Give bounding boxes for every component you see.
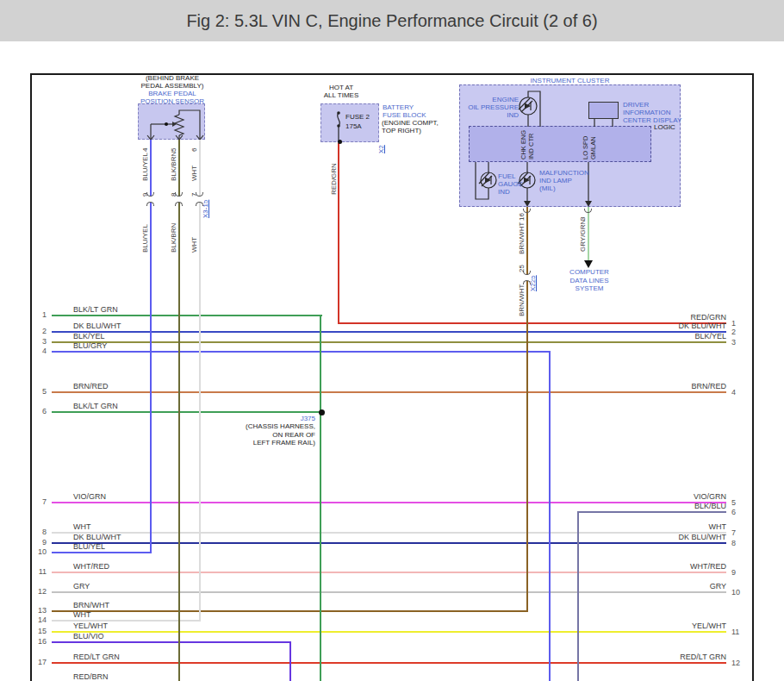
down-arrow-icon bbox=[524, 201, 531, 207]
fuse-name: FUSE 2 bbox=[345, 113, 370, 122]
potentiometer-symbol bbox=[138, 103, 207, 143]
figure-title: Fig 2: 5.3L VIN C, Engine Performance Ci… bbox=[186, 11, 597, 30]
wire-label-right: WHT/RED bbox=[554, 562, 726, 571]
wire-row bbox=[52, 641, 291, 643]
row-number-right: 2 bbox=[731, 328, 736, 336]
wire-label-right: RED/GRN bbox=[554, 313, 726, 322]
row-number-right: 3 bbox=[731, 338, 736, 347]
wire-label-left: DK BLU/WHT bbox=[73, 322, 121, 330]
rotated-wire-label: WHT bbox=[190, 237, 198, 253]
wire-row bbox=[52, 591, 726, 593]
row-number-left: 9 bbox=[29, 538, 47, 547]
sensor-name: BRAKE PEDAL POSITION SENSOR bbox=[121, 90, 224, 105]
wire-label-right: RED/LT GRN bbox=[554, 653, 726, 661]
row-number-left: 6 bbox=[29, 407, 47, 415]
connector-link[interactable]: X2 bbox=[377, 145, 385, 153]
wire-label-left: WHT bbox=[73, 610, 91, 619]
wire-label-left: BRN/WHT bbox=[73, 601, 109, 609]
wire-label-right: DK BLU/WHT bbox=[554, 322, 726, 330]
row-number-left: 10 bbox=[29, 547, 47, 556]
row-number-left: 8 bbox=[29, 528, 47, 536]
pin-number: 16 bbox=[518, 213, 526, 221]
connector-mark-icon bbox=[523, 280, 531, 284]
pin-number: 6 bbox=[190, 148, 198, 152]
sensor-location-note: (BEHIND BRAKE PEDAL ASSEMBLY) bbox=[121, 74, 224, 90]
wire-label-left: YEL/WHT bbox=[73, 622, 108, 630]
mil-label: MALFUNCTION IND LAMP (MIL) bbox=[539, 169, 589, 192]
wire-row bbox=[52, 572, 726, 573]
wire-label-left: RED/BRN bbox=[73, 672, 109, 681]
wire-row bbox=[578, 511, 726, 513]
wire-label-left: BLU/YEL bbox=[73, 542, 105, 551]
rotated-wire-label: WHT bbox=[190, 166, 198, 181]
row-number-left: 12 bbox=[29, 587, 47, 596]
row-number-left: 4 bbox=[29, 347, 47, 355]
wire-vertical bbox=[320, 315, 321, 681]
wire-label-right: BLK/YEL bbox=[554, 332, 726, 340]
row-number-right: 9 bbox=[731, 568, 736, 577]
fuel-gauge-ind-label: FUEL GAUGE IND bbox=[498, 172, 523, 196]
wire-row bbox=[52, 411, 320, 413]
wire-row bbox=[52, 315, 322, 316]
wire-row bbox=[52, 552, 152, 553]
rotated-wire-label: BLU/YEL bbox=[141, 224, 149, 253]
fuse-location-label: (ENGINE COMPT, TOP RIGHT) bbox=[382, 119, 439, 134]
row-number-right: 10 bbox=[731, 588, 740, 597]
wire-vertical bbox=[199, 140, 201, 622]
wire-label-left: DK BLU/WHT bbox=[73, 533, 121, 541]
wire-label-left: WHT/RED bbox=[73, 562, 109, 571]
wire-label-right: YEL/WHT bbox=[554, 622, 726, 630]
rotated-wire-label: BLU/YEL bbox=[141, 153, 149, 181]
splice-description: (CHASSIS HARNESS, ON REAR OF LEFT FRAME … bbox=[212, 422, 315, 447]
wire-label-left: BLU/GRY bbox=[73, 341, 107, 350]
row-number-left: 2 bbox=[29, 327, 47, 335]
row-number-right: 8 bbox=[731, 539, 736, 547]
wire-label-left: BRN/RED bbox=[73, 382, 109, 390]
wire-vertical bbox=[549, 351, 551, 681]
rotated-wire-label: RED/GRN bbox=[330, 163, 338, 195]
rotated-wire-label: CHK ENG bbox=[520, 130, 527, 159]
wire-label-left: WHT bbox=[73, 522, 91, 531]
wire-vertical bbox=[338, 143, 339, 324]
wire-vertical bbox=[178, 140, 180, 681]
rotated-wire-label: BLK/BRN bbox=[170, 223, 177, 253]
row-number-left: 5 bbox=[29, 387, 47, 396]
wire-label-left: VIO/GRN bbox=[73, 492, 106, 501]
row-number-left: 15 bbox=[29, 627, 47, 635]
down-arrow-icon bbox=[585, 201, 592, 207]
pin-number: 4 bbox=[141, 148, 149, 152]
wire-vertical bbox=[289, 641, 291, 681]
wire-row bbox=[52, 610, 528, 612]
row-number-left: 14 bbox=[29, 615, 47, 624]
wire-label-left: BLK/LT GRN bbox=[73, 305, 118, 314]
wire-row bbox=[52, 631, 726, 633]
wire-row bbox=[52, 542, 726, 544]
row-number-right: 1 bbox=[731, 319, 736, 328]
battery-fuse-block-label: BATTERY FUSE BLOCK bbox=[383, 103, 426, 119]
wiring-diagram-page: Fig 2: 5.3L VIN C, Engine Performance Ci… bbox=[0, 0, 784, 681]
junction-dot-icon bbox=[165, 122, 168, 126]
wire-vertical bbox=[526, 207, 528, 612]
splice-dot-icon bbox=[319, 409, 325, 415]
rotated-wire-label: BRN/WHT bbox=[518, 222, 526, 254]
row-number-left: 17 bbox=[29, 658, 47, 666]
oil-pressure-ind-label: ENGINE OIL PRESSURE IND bbox=[450, 96, 519, 119]
wire-vertical bbox=[588, 207, 589, 260]
connector-mark-icon bbox=[146, 202, 154, 206]
row-number-right: 11 bbox=[731, 628, 739, 636]
logic-label: LOGIC bbox=[654, 123, 675, 132]
cluster-title: INSTRUMENT CLUSTER bbox=[459, 77, 681, 85]
rotated-wire-label: IND CTR bbox=[527, 134, 535, 159]
connector-mark-icon bbox=[175, 202, 183, 206]
computer-data-lines-label: COMPUTER DATA LINES SYSTEM bbox=[551, 268, 628, 293]
down-arrow-icon bbox=[584, 260, 593, 268]
wire-label-right: DK BLU/WHT bbox=[554, 533, 726, 541]
rotated-wire-label: GMLAN bbox=[589, 136, 597, 159]
rotated-wire-label: LO SPD bbox=[582, 135, 589, 159]
wire-row bbox=[52, 391, 726, 393]
wire-label-left: GRY bbox=[73, 582, 90, 590]
row-number-left: 13 bbox=[29, 606, 47, 615]
row-number-right: 6 bbox=[731, 508, 736, 516]
row-number-right: 12 bbox=[731, 659, 740, 667]
wire-label-right: BRN/RED bbox=[554, 382, 726, 390]
